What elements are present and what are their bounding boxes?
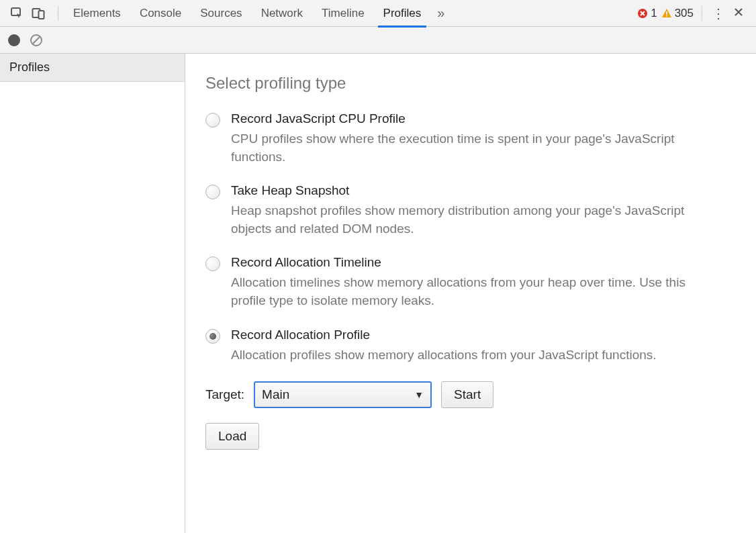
option-heap-snapshot[interactable]: Take Heap Snapshot Heap snapshot profile… — [205, 183, 736, 238]
tab-label: Network — [261, 7, 303, 20]
start-button-label: Start — [454, 387, 481, 402]
option-title: Record JavaScript CPU Profile — [231, 111, 736, 126]
body-split: Profiles Select profiling type Record Ja… — [0, 54, 756, 533]
option-desc: Allocation timelines show memory allocat… — [231, 274, 714, 309]
tab-timeline[interactable]: Timeline — [312, 0, 374, 27]
inspect-element-icon[interactable] — [9, 6, 24, 21]
profiles-main-panel: Select profiling type Record JavaScript … — [185, 54, 756, 533]
option-title: Record Allocation Profile — [231, 328, 736, 342]
target-label: Target: — [205, 387, 244, 402]
tabs-overflow-icon[interactable]: » — [430, 5, 451, 21]
radio-heap-snapshot[interactable] — [205, 185, 220, 199]
start-button[interactable]: Start — [441, 381, 493, 408]
svg-rect-4 — [666, 11, 667, 15]
target-row: Target: Main ▼ Start — [205, 381, 736, 408]
toolbar-right: 1 305 ⋮ — [637, 5, 751, 21]
option-desc: Heap snapshot profiles show memory distr… — [231, 202, 714, 238]
error-icon — [637, 8, 648, 19]
tab-console[interactable]: Console — [130, 0, 191, 27]
record-button[interactable] — [8, 34, 20, 46]
tab-profiles[interactable]: Profiles — [374, 0, 431, 27]
warnings-indicator[interactable]: 305 — [661, 7, 694, 20]
option-title: Take Heap Snapshot — [231, 183, 736, 198]
load-button[interactable]: Load — [205, 423, 259, 450]
toolbar-divider — [702, 6, 702, 21]
option-text: Record JavaScript CPU Profile CPU profil… — [231, 111, 736, 166]
profiles-sidebar: Profiles — [0, 54, 185, 533]
warning-icon — [661, 8, 672, 19]
svg-rect-5 — [666, 15, 667, 17]
tab-label: Elements — [73, 7, 121, 20]
sidebar-section-header[interactable]: Profiles — [0, 54, 185, 82]
tab-network[interactable]: Network — [252, 0, 312, 27]
close-devtools-icon[interactable] — [730, 5, 747, 21]
radio-cpu-profile[interactable] — [205, 113, 220, 128]
target-select[interactable]: Main ▼ — [254, 381, 432, 408]
option-text: Take Heap Snapshot Heap snapshot profile… — [231, 183, 736, 238]
svg-rect-2 — [39, 11, 44, 19]
toolbar-left-icons — [5, 6, 52, 21]
radio-allocation-profile[interactable] — [205, 329, 220, 344]
tab-elements[interactable]: Elements — [64, 0, 130, 27]
option-allocation-timeline[interactable]: Record Allocation Timeline Allocation ti… — [205, 255, 736, 309]
warnings-count: 305 — [675, 7, 694, 20]
option-desc: Allocation profiles show memory allocati… — [231, 346, 714, 365]
option-allocation-profile[interactable]: Record Allocation Profile Allocation pro… — [205, 328, 736, 365]
target-selected-value: Main — [262, 387, 289, 402]
toggle-device-mode-icon[interactable] — [31, 6, 46, 21]
option-desc: CPU profiles show where the execution ti… — [231, 130, 714, 166]
toolbar-divider — [58, 6, 58, 21]
sidebar-section-title: Profiles — [9, 60, 50, 74]
option-title: Record Allocation Timeline — [231, 255, 736, 270]
load-button-label: Load — [218, 429, 246, 444]
tab-sources[interactable]: Sources — [191, 0, 251, 27]
chevron-down-icon: ▼ — [414, 389, 424, 400]
profiles-secondary-toolbar — [0, 27, 756, 54]
devtools-toolbar: Elements Console Sources Network Timelin… — [0, 0, 756, 27]
tabs-container: Elements Console Sources Network Timelin… — [64, 0, 430, 27]
option-cpu-profile[interactable]: Record JavaScript CPU Profile CPU profil… — [205, 111, 736, 166]
clear-profiles-icon[interactable] — [30, 34, 43, 47]
tab-label: Timeline — [322, 7, 365, 20]
option-text: Record Allocation Profile Allocation pro… — [231, 328, 736, 365]
page-title: Select profiling type — [205, 74, 736, 93]
tab-label: Console — [140, 7, 181, 20]
radio-allocation-timeline[interactable] — [205, 256, 220, 271]
errors-count: 1 — [651, 7, 657, 20]
more-options-icon[interactable]: ⋮ — [710, 5, 726, 21]
errors-indicator[interactable]: 1 — [637, 7, 657, 20]
tab-label: Profiles — [383, 7, 422, 20]
option-text: Record Allocation Timeline Allocation ti… — [231, 255, 736, 309]
tab-label: Sources — [200, 7, 242, 20]
